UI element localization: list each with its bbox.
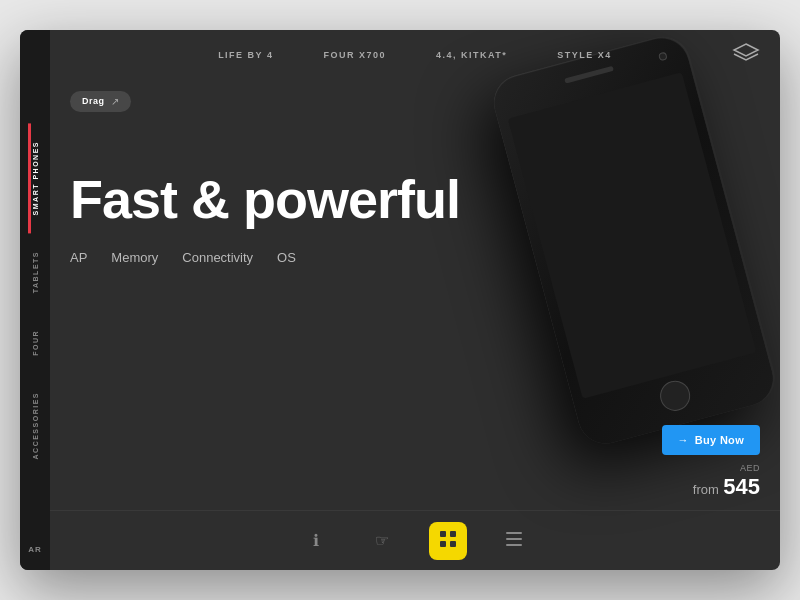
main-area: Life by 4 Four X700 4.4, KitKat* Style X… xyxy=(50,30,780,570)
grid-icon xyxy=(439,530,457,552)
nav-logo[interactable] xyxy=(732,42,760,68)
phone-mockup xyxy=(488,31,780,450)
sidebar-ar-label: AR xyxy=(28,545,42,554)
content-area: Drag ↗ Fast & powerful AP Memory Connect… xyxy=(70,90,490,265)
buy-arrow-icon: → xyxy=(678,434,689,446)
grid-icon-button[interactable] xyxy=(429,522,467,560)
nav-item-lifeby4[interactable]: Life by 4 xyxy=(218,50,273,60)
svg-rect-3 xyxy=(440,541,446,547)
nav-item-fourx700[interactable]: Four X700 xyxy=(323,50,386,60)
svg-rect-2 xyxy=(450,531,456,537)
drag-badge[interactable]: Drag ↗ xyxy=(70,91,131,112)
svg-rect-6 xyxy=(506,538,522,540)
phone-screen xyxy=(508,72,757,399)
gesture-icon-button[interactable]: ☞ xyxy=(363,522,401,560)
gesture-icon: ☞ xyxy=(375,531,389,550)
info-icon: ℹ xyxy=(313,531,319,550)
svg-rect-7 xyxy=(506,544,522,546)
nav-items: Life by 4 Four X700 4.4, KitKat* Style X… xyxy=(70,50,760,60)
layers-icon xyxy=(732,42,760,64)
price-currency-label: AED xyxy=(693,463,760,473)
buy-now-button[interactable]: → Buy Now xyxy=(662,425,760,455)
sidebar: Smart Phones Tablets Four Accessories AR xyxy=(20,30,50,570)
price-from-label: from xyxy=(693,482,719,497)
price-display: from 545 xyxy=(693,474,760,500)
svg-rect-4 xyxy=(450,541,456,547)
list-icon-button[interactable] xyxy=(495,522,533,560)
top-nav: Life by 4 Four X700 4.4, KitKat* Style X… xyxy=(50,30,780,80)
list-icon xyxy=(505,530,523,552)
buy-now-label: Buy Now xyxy=(695,434,744,446)
sidebar-item-accessories[interactable]: Accessories xyxy=(28,374,43,477)
feature-ap[interactable]: AP xyxy=(70,250,87,265)
bottom-bar: ℹ ☞ xyxy=(50,510,780,570)
svg-rect-5 xyxy=(506,532,522,534)
svg-marker-0 xyxy=(734,44,758,56)
feature-connectivity[interactable]: Connectivity xyxy=(182,250,253,265)
drag-arrow-icon: ↗ xyxy=(111,96,119,107)
feature-tags: AP Memory Connectivity OS xyxy=(70,250,490,265)
hero-heading: Fast & powerful xyxy=(70,172,490,226)
sidebar-item-four[interactable]: Four xyxy=(28,312,43,374)
nav-item-stylex4[interactable]: Style X4 xyxy=(557,50,612,60)
nav-item-kitkat[interactable]: 4.4, KitKat* xyxy=(436,50,507,60)
phone-home-button xyxy=(657,377,694,414)
sidebar-item-tablets[interactable]: Tablets xyxy=(28,233,43,311)
info-icon-button[interactable]: ℹ xyxy=(297,522,335,560)
drag-label: Drag xyxy=(82,96,105,106)
buy-section: → Buy Now AED from 545 xyxy=(662,425,760,500)
feature-memory[interactable]: Memory xyxy=(111,250,158,265)
sidebar-item-smartphones[interactable]: Smart Phones xyxy=(28,123,43,233)
price-section: AED from 545 xyxy=(693,463,760,500)
price-amount: 545 xyxy=(723,474,760,499)
feature-os[interactable]: OS xyxy=(277,250,296,265)
main-card: Smart Phones Tablets Four Accessories AR… xyxy=(20,30,780,570)
svg-rect-1 xyxy=(440,531,446,537)
